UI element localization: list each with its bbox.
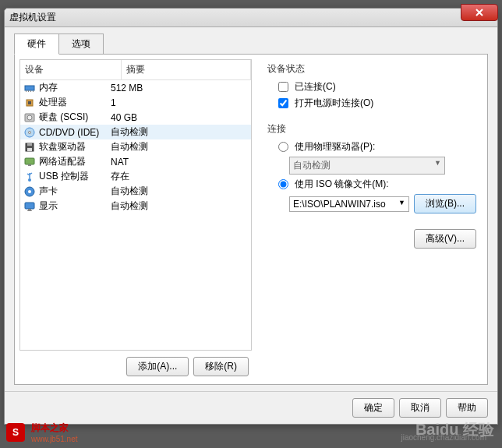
svg-rect-20 xyxy=(28,209,31,210)
svg-rect-4 xyxy=(33,90,34,92)
disk-icon xyxy=(23,111,36,124)
add-button[interactable]: 添加(A)... xyxy=(126,357,189,376)
connected-label: 已连接(C) xyxy=(295,80,336,93)
device-name: 显示 xyxy=(39,199,58,213)
use-physical-radio[interactable] xyxy=(278,142,288,152)
connection-title: 连接 xyxy=(267,122,476,136)
cd-icon xyxy=(23,126,36,139)
svg-rect-2 xyxy=(28,90,29,92)
use-iso-label: 使用 ISO 镜像文件(M): xyxy=(295,178,389,191)
use-iso-radio[interactable] xyxy=(278,179,288,189)
floppy-icon xyxy=(23,141,36,153)
list-header: 设备 摘要 xyxy=(20,60,251,80)
memory-icon xyxy=(23,82,36,94)
device-row[interactable]: 声卡自动检测 xyxy=(20,184,251,199)
device-name: CD/DVD (IDE) xyxy=(39,127,99,138)
svg-rect-3 xyxy=(30,90,31,92)
remove-button[interactable]: 移除(R) xyxy=(193,357,249,376)
tabs: 硬件 选项 xyxy=(5,27,497,55)
window-title: 虚拟机设置 xyxy=(9,11,56,24)
usb-icon xyxy=(23,171,36,183)
advanced-button[interactable]: 高级(V)... xyxy=(414,229,476,249)
svg-rect-15 xyxy=(28,164,31,166)
device-name: 处理器 xyxy=(39,96,67,109)
header-summary[interactable]: 摘要 xyxy=(122,60,251,79)
device-summary: 自动检测 xyxy=(109,140,248,153)
svg-rect-12 xyxy=(27,143,32,146)
svg-point-10 xyxy=(29,131,31,133)
logo-icon: S xyxy=(6,423,25,442)
ok-button[interactable]: 确定 xyxy=(352,398,394,418)
device-row[interactable]: 显示自动检测 xyxy=(20,199,251,213)
svg-rect-21 xyxy=(27,210,32,211)
svg-point-8 xyxy=(27,115,32,120)
svg-rect-19 xyxy=(25,203,34,209)
watermark-jb51: S 脚本之家 www.jb51.net xyxy=(6,422,77,443)
device-name: 声卡 xyxy=(39,185,58,198)
device-summary: 自动检测 xyxy=(109,125,248,139)
device-summary: 40 GB xyxy=(109,112,248,123)
physical-drive-select: 自动检测 ▼ xyxy=(289,157,445,175)
close-icon xyxy=(475,8,484,17)
watermark-chazidian: jiaocheng.chazidian.com xyxy=(401,433,486,442)
header-device[interactable]: 设备 xyxy=(20,60,122,79)
sound-icon xyxy=(23,185,36,198)
device-name: 网络适配器 xyxy=(39,155,86,168)
device-status-title: 设备状态 xyxy=(267,62,476,76)
connected-checkbox[interactable] xyxy=(278,82,288,92)
svg-point-16 xyxy=(28,178,31,182)
titlebar: 虚拟机设置 xyxy=(5,9,497,27)
display-icon xyxy=(23,200,36,213)
device-summary: 512 MB xyxy=(109,83,248,93)
device-row[interactable]: USB 控制器存在 xyxy=(20,169,251,184)
cpu-icon xyxy=(23,97,36,109)
chevron-down-icon: ▼ xyxy=(434,159,441,167)
device-list: 设备 摘要 内存512 MB处理器1硬盘 (SCSI)40 GBCD/DVD (… xyxy=(19,59,252,351)
svg-rect-14 xyxy=(25,158,34,164)
device-row[interactable]: 处理器1 xyxy=(20,95,251,110)
device-row[interactable]: 内存512 MB xyxy=(20,80,251,95)
device-row[interactable]: CD/DVD (IDE)自动检测 xyxy=(20,125,251,139)
cancel-button[interactable]: 取消 xyxy=(399,398,441,418)
device-name: USB 控制器 xyxy=(39,170,89,183)
tab-options[interactable]: 选项 xyxy=(58,34,104,55)
device-summary: 自动检测 xyxy=(109,185,248,198)
connect-poweron-label: 打开电源时连接(O) xyxy=(295,97,373,110)
device-name: 软盘驱动器 xyxy=(39,140,86,153)
device-name: 硬盘 (SCSI) xyxy=(39,111,88,124)
tab-hardware[interactable]: 硬件 xyxy=(14,34,59,55)
svg-rect-13 xyxy=(27,148,32,151)
device-summary: 1 xyxy=(109,97,248,108)
device-row[interactable]: 网络适配器NAT xyxy=(20,154,251,169)
device-row[interactable]: 硬盘 (SCSI)40 GB xyxy=(20,110,251,125)
device-name: 内存 xyxy=(39,81,58,94)
connect-poweron-checkbox[interactable] xyxy=(278,98,288,108)
svg-point-18 xyxy=(28,190,31,193)
use-physical-label: 使用物理驱动器(P): xyxy=(295,140,375,153)
help-button[interactable]: 帮助 xyxy=(446,398,488,418)
svg-rect-1 xyxy=(26,90,27,92)
network-icon xyxy=(23,156,36,168)
svg-rect-0 xyxy=(25,86,34,90)
device-summary: NAT xyxy=(109,157,248,168)
browse-button[interactable]: 浏览(B)... xyxy=(414,194,476,213)
chevron-down-icon[interactable]: ▼ xyxy=(398,199,405,206)
device-summary: 自动检测 xyxy=(109,199,248,213)
svg-rect-6 xyxy=(28,101,31,104)
close-button[interactable] xyxy=(461,4,498,21)
iso-path-input[interactable]: E:\ISO\PLANWIN7.iso ▼ xyxy=(289,196,409,212)
device-summary: 存在 xyxy=(109,170,248,183)
device-row[interactable]: 软盘驱动器自动检测 xyxy=(20,139,251,154)
